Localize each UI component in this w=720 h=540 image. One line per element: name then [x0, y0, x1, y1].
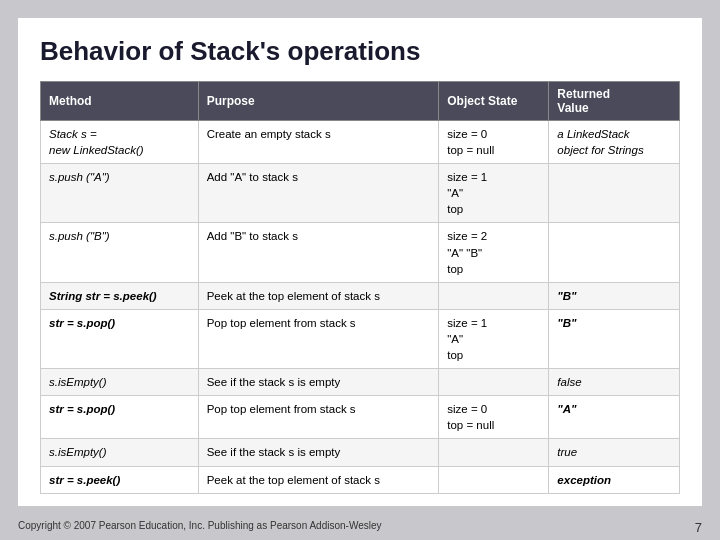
cell-returned: exception: [549, 466, 680, 493]
cell-state: size = 2"A" "B"top: [439, 223, 549, 282]
table-row: s.isEmpty()See if the stack s is emptytr…: [41, 439, 680, 466]
slide-container: Behavior of Stack's operations Method Pu…: [18, 18, 702, 506]
table-row: str = s.peek()Peek at the top element of…: [41, 466, 680, 493]
cell-method: str = s.pop(): [41, 309, 199, 368]
cell-state: [439, 466, 549, 493]
operations-table: Method Purpose Object State ReturnedValu…: [40, 81, 680, 494]
cell-purpose: Pop top element from stack s: [198, 396, 439, 439]
cell-state: [439, 439, 549, 466]
cell-state: size = 1"A"top: [439, 309, 549, 368]
slide-title: Behavior of Stack's operations: [40, 36, 680, 67]
cell-purpose: Peek at the top element of stack s: [198, 282, 439, 309]
cell-method: str = s.pop(): [41, 396, 199, 439]
cell-returned: "B": [549, 282, 680, 309]
col-header-method: Method: [41, 82, 199, 121]
table-row: String str = s.peek()Peek at the top ele…: [41, 282, 680, 309]
cell-state: size = 0top = null: [439, 396, 549, 439]
table-row: s.push ("B")Add "B" to stack ssize = 2"A…: [41, 223, 680, 282]
cell-state: size = 0top = null: [439, 121, 549, 164]
cell-returned: [549, 223, 680, 282]
cell-method: s.isEmpty(): [41, 369, 199, 396]
table-header-row: Method Purpose Object State ReturnedValu…: [41, 82, 680, 121]
col-header-purpose: Purpose: [198, 82, 439, 121]
cell-returned: "B": [549, 309, 680, 368]
cell-method: Stack s = new LinkedStack(): [41, 121, 199, 164]
cell-purpose: Create an empty stack s: [198, 121, 439, 164]
copyright-text: Copyright © 2007 Pearson Education, Inc.…: [18, 520, 382, 535]
cell-state: size = 1"A"top: [439, 164, 549, 223]
cell-returned: [549, 164, 680, 223]
page-number: 7: [695, 520, 702, 535]
cell-state: [439, 369, 549, 396]
cell-returned: "A": [549, 396, 680, 439]
cell-state: [439, 282, 549, 309]
table-row: s.push ("A")Add "A" to stack ssize = 1"A…: [41, 164, 680, 223]
cell-method: s.push ("B"): [41, 223, 199, 282]
footer: Copyright © 2007 Pearson Education, Inc.…: [0, 516, 720, 540]
cell-purpose: Peek at the top element of stack s: [198, 466, 439, 493]
table-row: str = s.pop()Pop top element from stack …: [41, 396, 680, 439]
table-row: str = s.pop()Pop top element from stack …: [41, 309, 680, 368]
cell-returned: a LinkedStackobject for Strings: [549, 121, 680, 164]
table-row: Stack s = new LinkedStack()Create an emp…: [41, 121, 680, 164]
cell-method: str = s.peek(): [41, 466, 199, 493]
cell-method: String str = s.peek(): [41, 282, 199, 309]
cell-returned: false: [549, 369, 680, 396]
col-header-returned: ReturnedValue: [549, 82, 680, 121]
col-header-state: Object State: [439, 82, 549, 121]
table-row: s.isEmpty()See if the stack s is emptyfa…: [41, 369, 680, 396]
cell-purpose: Add "A" to stack s: [198, 164, 439, 223]
cell-returned: true: [549, 439, 680, 466]
cell-method: s.isEmpty(): [41, 439, 199, 466]
cell-purpose: Pop top element from stack s: [198, 309, 439, 368]
cell-purpose: Add "B" to stack s: [198, 223, 439, 282]
cell-purpose: See if the stack s is empty: [198, 439, 439, 466]
cell-purpose: See if the stack s is empty: [198, 369, 439, 396]
cell-method: s.push ("A"): [41, 164, 199, 223]
